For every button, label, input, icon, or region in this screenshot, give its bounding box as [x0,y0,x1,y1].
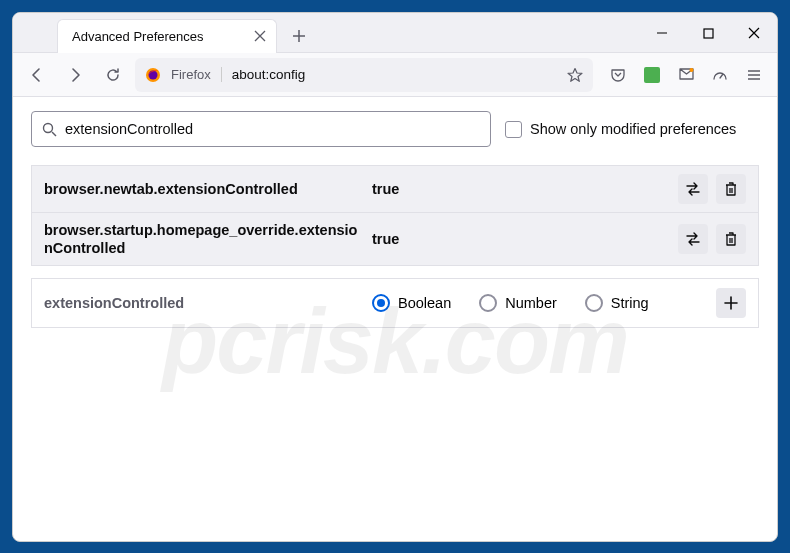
search-row: Show only modified preferences [31,111,759,147]
preference-row[interactable]: browser.newtab.extensionControlled true [32,166,758,213]
checkbox-label: Show only modified preferences [530,121,736,137]
dashboard-icon[interactable] [705,59,735,91]
bookmark-star-icon[interactable] [567,67,583,83]
close-window-button[interactable] [731,13,777,53]
preference-row[interactable]: browser.startup.homepage_override.extens… [32,213,758,266]
url-bar[interactable]: Firefox about:config [135,58,593,92]
search-icon [42,122,57,137]
hamburger-menu-icon[interactable] [739,59,769,91]
config-search-box[interactable] [31,111,491,147]
svg-rect-0 [704,29,713,38]
titlebar: Advanced Preferences [13,13,777,53]
checkbox-icon[interactable] [505,121,522,138]
svg-point-4 [44,123,53,132]
close-tab-button[interactable] [254,30,266,42]
new-tab-button[interactable] [283,20,315,52]
add-preference-row: extensionControlled Boolean Number Strin… [31,278,759,328]
tab-title: Advanced Preferences [72,29,204,44]
window-controls [639,13,777,53]
radio-icon [372,294,390,312]
url-text[interactable]: about:config [232,67,557,82]
preference-name: browser.startup.homepage_override.extens… [44,221,364,257]
radio-label: String [611,295,649,311]
extension-icon[interactable] [637,59,667,91]
preference-actions [678,174,746,204]
svg-point-2 [149,70,158,79]
preference-name: browser.newtab.extensionControlled [44,180,364,198]
minimize-button[interactable] [639,13,685,53]
add-button[interactable] [716,288,746,318]
preference-list: browser.newtab.extensionControlled true … [31,165,759,266]
nav-toolbar: Firefox about:config [13,53,777,97]
browser-window: Advanced Preferences [12,12,778,542]
toggle-button[interactable] [678,224,708,254]
about-config-page: pcrisk.com Show only modified preference… [13,97,777,541]
type-radio-group: Boolean Number String [372,294,708,312]
preference-value: true [372,181,670,197]
preference-value: true [372,231,670,247]
maximize-button[interactable] [685,13,731,53]
toggle-button[interactable] [678,174,708,204]
firefox-logo-icon [145,67,161,83]
inbox-icon[interactable] [671,59,701,91]
delete-button[interactable] [716,224,746,254]
back-button[interactable] [21,59,53,91]
show-modified-checkbox[interactable]: Show only modified preferences [505,121,736,138]
delete-button[interactable] [716,174,746,204]
browser-tab[interactable]: Advanced Preferences [57,19,277,53]
new-preference-name: extensionControlled [44,295,364,311]
radio-number[interactable]: Number [479,294,557,312]
pocket-icon[interactable] [603,59,633,91]
reload-button[interactable] [97,59,129,91]
radio-icon [585,294,603,312]
search-input[interactable] [65,121,480,137]
forward-button[interactable] [59,59,91,91]
radio-boolean[interactable]: Boolean [372,294,451,312]
radio-icon [479,294,497,312]
toolbar-right-icons [603,59,769,91]
preference-actions [678,224,746,254]
radio-label: Number [505,295,557,311]
radio-label: Boolean [398,295,451,311]
svg-point-3 [689,68,693,72]
radio-string[interactable]: String [585,294,649,312]
identity-label: Firefox [171,67,222,82]
